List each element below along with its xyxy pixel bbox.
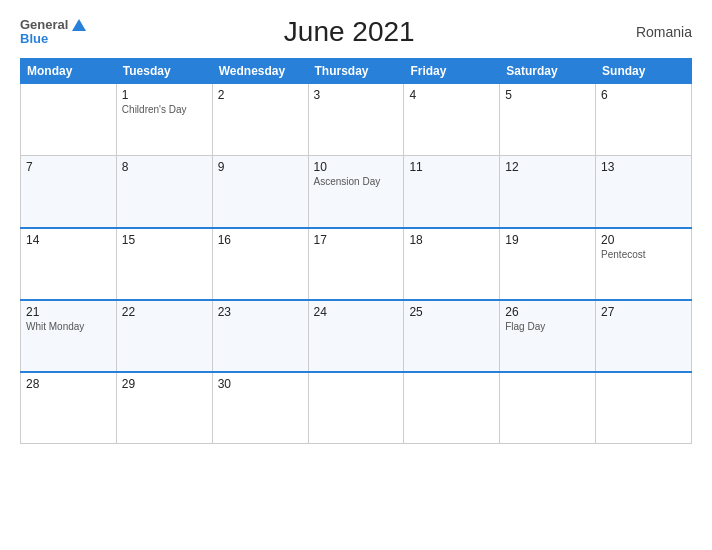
calendar-cell: 17 bbox=[308, 228, 404, 300]
header-thursday: Thursday bbox=[308, 59, 404, 84]
day-number: 11 bbox=[409, 160, 494, 174]
header-monday: Monday bbox=[21, 59, 117, 84]
calendar-cell: 22 bbox=[116, 300, 212, 372]
calendar-week-row: 78910Ascension Day111213 bbox=[21, 156, 692, 228]
day-number: 10 bbox=[314, 160, 399, 174]
calendar-cell: 29 bbox=[116, 372, 212, 444]
calendar-week-row: 21Whit Monday2223242526Flag Day27 bbox=[21, 300, 692, 372]
calendar-cell: 25 bbox=[404, 300, 500, 372]
day-number: 5 bbox=[505, 88, 590, 102]
calendar-cell bbox=[404, 372, 500, 444]
holiday-label: Ascension Day bbox=[314, 176, 399, 187]
calendar-cell: 18 bbox=[404, 228, 500, 300]
header-friday: Friday bbox=[404, 59, 500, 84]
logo-general: General bbox=[20, 18, 68, 32]
calendar-cell: 6 bbox=[596, 84, 692, 156]
logo: General Blue bbox=[20, 18, 86, 47]
calendar-cell bbox=[596, 372, 692, 444]
calendar-table: Monday Tuesday Wednesday Thursday Friday… bbox=[20, 58, 692, 444]
day-number: 24 bbox=[314, 305, 399, 319]
calendar-cell: 1Children's Day bbox=[116, 84, 212, 156]
day-number: 29 bbox=[122, 377, 207, 391]
calendar-cell: 14 bbox=[21, 228, 117, 300]
calendar-cell bbox=[500, 372, 596, 444]
calendar-cell: 8 bbox=[116, 156, 212, 228]
calendar-header: General Blue June 2021 Romania bbox=[20, 16, 692, 48]
day-number: 13 bbox=[601, 160, 686, 174]
weekday-header-row: Monday Tuesday Wednesday Thursday Friday… bbox=[21, 59, 692, 84]
day-number: 12 bbox=[505, 160, 590, 174]
day-number: 21 bbox=[26, 305, 111, 319]
holiday-label: Children's Day bbox=[122, 104, 207, 115]
header-sunday: Sunday bbox=[596, 59, 692, 84]
calendar-cell: 19 bbox=[500, 228, 596, 300]
calendar-container: General Blue June 2021 Romania Monday Tu… bbox=[0, 0, 712, 550]
calendar-cell: 12 bbox=[500, 156, 596, 228]
header-saturday: Saturday bbox=[500, 59, 596, 84]
day-number: 2 bbox=[218, 88, 303, 102]
country-label: Romania bbox=[612, 24, 692, 40]
day-number: 23 bbox=[218, 305, 303, 319]
calendar-cell: 23 bbox=[212, 300, 308, 372]
header-wednesday: Wednesday bbox=[212, 59, 308, 84]
calendar-cell: 13 bbox=[596, 156, 692, 228]
calendar-cell bbox=[308, 372, 404, 444]
calendar-week-row: 14151617181920Pentecost bbox=[21, 228, 692, 300]
day-number: 3 bbox=[314, 88, 399, 102]
logo-blue: Blue bbox=[20, 32, 48, 46]
day-number: 19 bbox=[505, 233, 590, 247]
day-number: 25 bbox=[409, 305, 494, 319]
day-number: 9 bbox=[218, 160, 303, 174]
calendar-week-row: 282930 bbox=[21, 372, 692, 444]
calendar-cell: 26Flag Day bbox=[500, 300, 596, 372]
day-number: 8 bbox=[122, 160, 207, 174]
day-number: 28 bbox=[26, 377, 111, 391]
calendar-cell: 5 bbox=[500, 84, 596, 156]
calendar-cell: 3 bbox=[308, 84, 404, 156]
calendar-cell: 21Whit Monday bbox=[21, 300, 117, 372]
day-number: 30 bbox=[218, 377, 303, 391]
day-number: 16 bbox=[218, 233, 303, 247]
day-number: 27 bbox=[601, 305, 686, 319]
calendar-cell: 9 bbox=[212, 156, 308, 228]
header-tuesday: Tuesday bbox=[116, 59, 212, 84]
calendar-cell: 27 bbox=[596, 300, 692, 372]
calendar-cell: 16 bbox=[212, 228, 308, 300]
calendar-cell: 10Ascension Day bbox=[308, 156, 404, 228]
logo-triangle-icon bbox=[72, 19, 86, 31]
calendar-cell: 7 bbox=[21, 156, 117, 228]
holiday-label: Pentecost bbox=[601, 249, 686, 260]
calendar-cell: 20Pentecost bbox=[596, 228, 692, 300]
calendar-cell: 2 bbox=[212, 84, 308, 156]
calendar-title: June 2021 bbox=[284, 16, 415, 48]
day-number: 14 bbox=[26, 233, 111, 247]
day-number: 6 bbox=[601, 88, 686, 102]
day-number: 15 bbox=[122, 233, 207, 247]
calendar-cell: 4 bbox=[404, 84, 500, 156]
day-number: 1 bbox=[122, 88, 207, 102]
calendar-cell: 15 bbox=[116, 228, 212, 300]
calendar-cell: 24 bbox=[308, 300, 404, 372]
day-number: 18 bbox=[409, 233, 494, 247]
day-number: 17 bbox=[314, 233, 399, 247]
holiday-label: Flag Day bbox=[505, 321, 590, 332]
day-number: 22 bbox=[122, 305, 207, 319]
day-number: 26 bbox=[505, 305, 590, 319]
day-number: 4 bbox=[409, 88, 494, 102]
calendar-cell: 30 bbox=[212, 372, 308, 444]
calendar-cell bbox=[21, 84, 117, 156]
holiday-label: Whit Monday bbox=[26, 321, 111, 332]
calendar-cell: 11 bbox=[404, 156, 500, 228]
day-number: 7 bbox=[26, 160, 111, 174]
day-number: 20 bbox=[601, 233, 686, 247]
calendar-cell: 28 bbox=[21, 372, 117, 444]
calendar-week-row: 1Children's Day23456 bbox=[21, 84, 692, 156]
